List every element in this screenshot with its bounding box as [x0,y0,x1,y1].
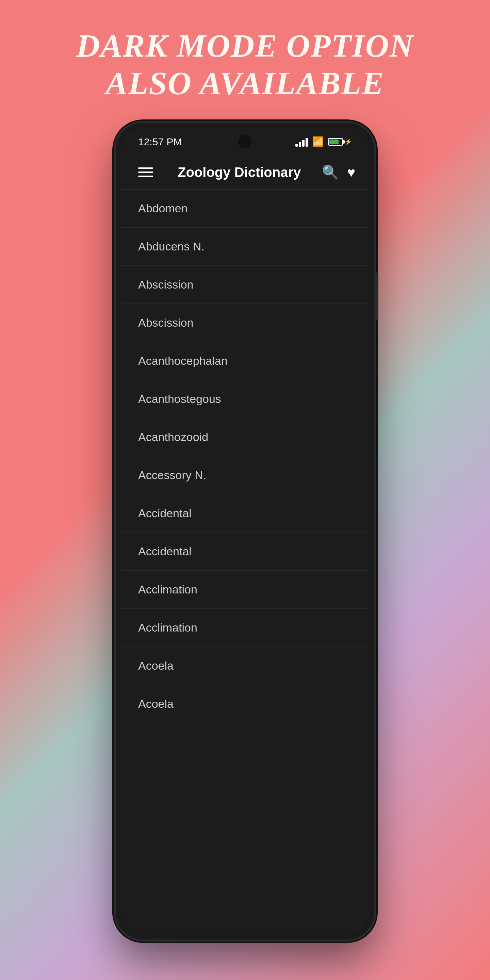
battery-fill [329,140,339,144]
dict-term: Accessory N. [138,469,206,482]
search-icon[interactable]: 🔍 [322,164,339,180]
dict-term: Acoela [138,697,173,710]
list-item[interactable]: Acanthozooid [121,418,369,456]
list-item[interactable]: Accidental [121,495,369,533]
app-bar-actions: 🔍 ♥ [322,164,355,180]
signal-icon [295,137,308,147]
list-item[interactable]: Acanthocephalan [121,342,369,380]
list-item[interactable]: Acoela [121,647,369,685]
list-item[interactable]: Abducens N. [121,228,369,266]
list-item[interactable]: Acclimation [121,571,369,609]
promo-banner: DARK MODE OPTION ALSO AVAILABLE [76,27,414,102]
list-item[interactable]: Acclimation [121,609,369,647]
dict-term: Abscission [138,278,194,291]
status-bar: 12:57 PM 📶 ⚡ [121,128,369,156]
list-item[interactable]: Acanthostegous [121,380,369,418]
status-time: 12:57 PM [138,136,182,148]
favorites-icon[interactable]: ♥ [347,165,355,180]
dictionary-list[interactable]: AbdomenAbducens N.AbscissionAbscissionAc… [121,189,369,934]
dict-term: Acclimation [138,621,197,634]
promo-line1: DARK MODE OPTION [76,27,414,65]
list-item[interactable]: Accessory N. [121,456,369,495]
app-title: Zoology Dictionary [156,165,322,180]
phone-device: 12:57 PM 📶 ⚡ [116,123,374,940]
list-item[interactable]: Abdomen [121,189,369,228]
dict-term: Acanthozooid [138,430,208,443]
list-item[interactable]: Abscission [121,266,369,304]
menu-button[interactable] [135,164,156,180]
battery-icon [328,138,343,146]
status-icons: 📶 ⚡ [295,136,352,147]
dict-term: Abducens N. [138,240,205,253]
dict-term: Acoela [138,659,173,672]
list-item[interactable]: Accidental [121,533,369,571]
phone-frame: 12:57 PM 📶 ⚡ [116,123,374,940]
promo-line2: ALSO AVAILABLE [76,65,414,102]
battery-indicator: ⚡ [328,138,352,146]
wifi-icon: 📶 [312,136,324,147]
power-button[interactable] [374,272,379,320]
battery-bolt-icon: ⚡ [344,138,352,146]
dict-term: Acclimation [138,583,197,596]
dict-term: Acanthocephalan [138,354,228,367]
dict-term: Abscission [138,316,194,329]
dict-term: Accidental [138,545,192,558]
dict-term: Abdomen [138,202,188,215]
camera-notch [238,135,252,149]
dict-term: Acanthostegous [138,392,221,405]
list-item[interactable]: Abscission [121,304,369,342]
list-item[interactable]: Acoela [121,685,369,723]
phone-screen: 12:57 PM 📶 ⚡ [121,128,369,934]
app-bar: Zoology Dictionary 🔍 ♥ [121,156,369,189]
dict-term: Accidental [138,507,192,520]
